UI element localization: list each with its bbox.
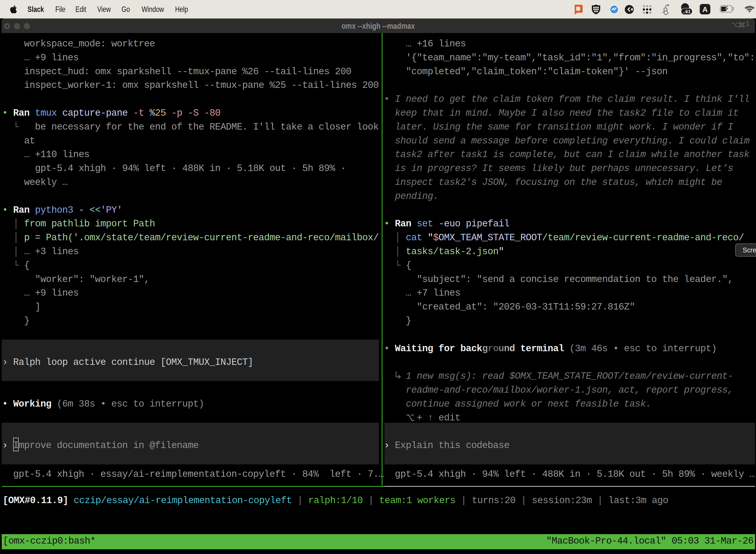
svg-text:..61: ..61 (683, 9, 691, 14)
